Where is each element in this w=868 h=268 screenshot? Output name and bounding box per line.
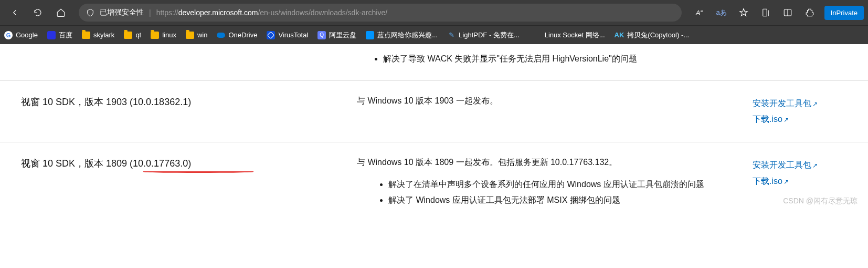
install-link[interactable]: 安装开发工具包↗: [753, 157, 847, 173]
extensions-button[interactable]: [799, 2, 820, 23]
aliyun-icon: [317, 31, 326, 39]
baidu-icon: [47, 31, 56, 39]
folder-icon: [124, 32, 132, 39]
sdk-desc: 与 Windows 10 版本 1903 一起发布。: [357, 96, 742, 128]
pen-icon: ✎: [447, 31, 456, 39]
url-display: https://developer.microsoft.com/en-us/wi…: [156, 8, 387, 17]
folder-icon: [82, 32, 90, 39]
bookmarks-bar: GGoogle 百度 skylark qt linux win OneDrive…: [0, 25, 868, 44]
read-aloud-button[interactable]: A»: [689, 2, 710, 23]
virustotal-icon: [267, 31, 275, 39]
bookmark-copytool[interactable]: AK拷贝兔(Copytool) -...: [615, 30, 690, 40]
bullet-item: 解决了导致 WACK 失败并显示"任务无法启用 HighVersionLie"的…: [383, 52, 847, 66]
annotation-underline: [143, 171, 253, 173]
address-bar[interactable]: 已增强安全性 | https://developer.microsoft.com…: [79, 4, 682, 22]
folder-icon: [186, 32, 194, 39]
favorites-button[interactable]: [733, 2, 754, 23]
sdk-desc: 与 Windows 10 版本 1809 一起发布。包括服务更新 10.0.17…: [357, 157, 742, 209]
translate-button[interactable]: aあ: [711, 2, 732, 23]
sdk-row-1809: 视窗 10 SDK，版本 1809 (10.0.17763.0) 与 Windo…: [0, 142, 868, 209]
inprivate-badge[interactable]: InPrivate: [824, 6, 864, 20]
page-content: 解决了导致 WACK 失败并显示"任务无法启用 HighVersionLie"的…: [0, 44, 868, 209]
download-iso-link[interactable]: 下载.iso↗: [753, 111, 847, 127]
bookmark-google[interactable]: GGoogle: [4, 31, 38, 39]
svg-rect-0: [763, 9, 767, 16]
bookmark-virustotal[interactable]: VirusTotal: [267, 31, 308, 39]
collections-button[interactable]: [755, 2, 776, 23]
sdk-name: 视窗 10 SDK，版本 1809 (10.0.17763.0): [21, 157, 346, 209]
bullet-item: 解决了 Windows 应用认证工具包无法部署 MSIX 捆绑包的问题: [388, 193, 742, 207]
external-icon: ↗: [784, 178, 789, 185]
sdk-name: 视窗 10 SDK，版本 1903 (10.0.18362.1): [21, 96, 346, 128]
site-icon: [366, 31, 374, 39]
back-button[interactable]: [4, 2, 25, 23]
browser-toolbar: 已增强安全性 | https://developer.microsoft.com…: [0, 0, 868, 25]
bookmark-landian[interactable]: 蓝点网给你感兴趣...: [366, 30, 438, 40]
bookmark-linux[interactable]: linux: [151, 31, 176, 39]
shield-icon: [86, 8, 94, 17]
bookmark-lightpdf[interactable]: ✎LightPDF - 免费在...: [447, 30, 520, 40]
bookmark-skylark[interactable]: skylark: [82, 31, 114, 39]
separator: |: [149, 8, 151, 17]
split-button[interactable]: [777, 2, 798, 23]
external-icon: ↗: [784, 116, 789, 123]
bookmark-aliyun[interactable]: 阿里云盘: [317, 30, 356, 40]
folder-icon: [151, 32, 159, 39]
bullet-item: 解决了在清单中声明多个设备系列的任何应用的 Windows 应用认证工具包崩溃的…: [388, 178, 742, 191]
cloud-icon: [217, 33, 225, 38]
watermark: CSDN @闲有尽意无琼: [783, 197, 858, 206]
sdk-row-1903: 视窗 10 SDK，版本 1903 (10.0.18362.1) 与 Windo…: [0, 80, 868, 142]
ak-icon: AK: [615, 31, 624, 39]
external-icon: ↗: [812, 100, 818, 108]
bookmark-win[interactable]: win: [186, 31, 208, 39]
bookmark-onedrive[interactable]: OneDrive: [217, 31, 257, 39]
home-button[interactable]: [50, 2, 71, 23]
refresh-button[interactable]: [27, 2, 48, 23]
sdk-links: 安装开发工具包↗ 下载.iso↗: [753, 96, 847, 128]
install-link[interactable]: 安装开发工具包↗: [753, 96, 847, 111]
external-icon: ↗: [812, 162, 818, 169]
bookmark-baidu[interactable]: 百度: [47, 30, 72, 40]
google-icon: G: [4, 31, 13, 39]
bookmark-qt[interactable]: qt: [124, 31, 141, 39]
bookmark-linuxsocket[interactable]: Linux Socket 网络...: [545, 30, 605, 40]
security-label: 已增强安全性: [100, 8, 144, 17]
download-iso-link[interactable]: 下载.iso↗: [753, 173, 847, 189]
previous-row-fragment: 解决了导致 WACK 失败并显示"任务无法启用 HighVersionLie"的…: [0, 44, 868, 80]
